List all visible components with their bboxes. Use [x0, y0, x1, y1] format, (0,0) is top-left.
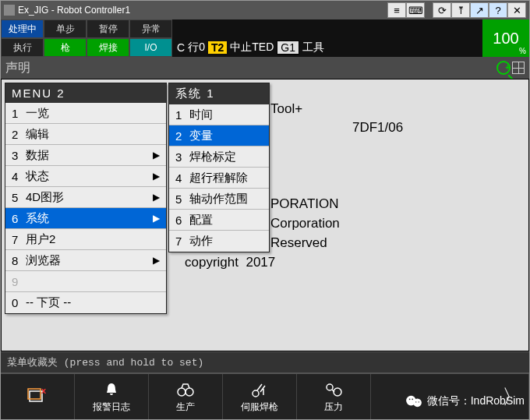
- status-io[interactable]: I/O: [129, 38, 172, 57]
- chevron-right-icon: ▶: [153, 213, 160, 224]
- status-processing: 处理中: [1, 19, 44, 38]
- menu-item-label: 一览: [26, 106, 160, 121]
- toolbar-btn-window[interactable]: x: [1, 374, 75, 419]
- status-weld[interactable]: 焊接: [87, 38, 129, 57]
- menu-panel-main: MENU 2 1一览2编辑3数据▶4状态▶54D图形▶6系统▶7用户28浏览器▶…: [5, 83, 167, 314]
- bottom-toolbar: x 报警日志 生产 伺服焊枪 压力: [1, 372, 529, 419]
- help-icon[interactable]: ?: [489, 2, 507, 18]
- menu-item[interactable]: 3数据▶: [5, 145, 166, 166]
- menu-item[interactable]: 2变量: [169, 125, 269, 146]
- menu-item-label: 动作: [189, 234, 263, 249]
- keyboard-icon[interactable]: ⌨: [406, 2, 425, 18]
- status-exec: 执行: [1, 38, 44, 57]
- menu-item[interactable]: 8浏览器▶: [5, 250, 166, 271]
- menu-item[interactable]: 7用户2: [5, 229, 166, 250]
- speed-percent[interactable]: 100%: [482, 19, 529, 57]
- refresh-icon[interactable]: ⟳: [433, 2, 451, 18]
- toolbar-btn-distance[interactable]: 〉: [371, 374, 529, 419]
- menu-item-label: 系统: [26, 211, 153, 226]
- bg-text: Reserved: [270, 235, 327, 251]
- system-icon: [4, 5, 15, 16]
- svg-point-7: [334, 388, 341, 396]
- menu-header: 系统 1: [169, 83, 269, 104]
- up-icon[interactable]: ⤒: [451, 2, 470, 18]
- chevron-right-icon[interactable]: 〉: [502, 383, 522, 411]
- window-title: Ex_JIG - Robot Controller1: [18, 5, 130, 16]
- menu-item-label: 变量: [189, 129, 263, 143]
- app-window: Ex_JIG - Robot Controller1 ≡ ⌨ ⟳ ⤒ ↗ ? ✕…: [0, 0, 530, 420]
- chevron-right-icon: ▶: [153, 255, 160, 266]
- svg-point-6: [327, 384, 333, 390]
- menu-item[interactable]: 4超行程解除: [169, 168, 269, 189]
- menu-header: MENU 2: [5, 83, 166, 103]
- toolbar-btn-pressure[interactable]: 压力: [297, 374, 371, 419]
- content-area: Tool+ 7DF1/06 PORATION Corporation Reser…: [1, 79, 529, 351]
- menu-item: 9: [5, 271, 166, 292]
- menu-item[interactable]: 6配置: [169, 210, 269, 231]
- menu-item-label: -- 下页 --: [26, 295, 160, 310]
- binoculars-icon: [175, 380, 196, 399]
- menu-item[interactable]: 1时间: [169, 104, 269, 125]
- menu-item[interactable]: 0-- 下页 --: [5, 292, 166, 313]
- toolbar-btn-servo[interactable]: 伺服焊枪: [223, 374, 297, 419]
- weld-gun-icon: [249, 380, 270, 399]
- menu-item-label: 焊枪标定: [189, 150, 263, 164]
- g1-tag: G1: [277, 41, 299, 55]
- zoom-in-icon[interactable]: [496, 61, 511, 75]
- menu-item-label: 编辑: [26, 127, 160, 142]
- diag-icon[interactable]: ↗: [470, 2, 489, 18]
- menu-item[interactable]: 1一览: [5, 103, 166, 124]
- menu-item-label: 浏览器: [26, 253, 153, 268]
- status-gun[interactable]: 枪: [44, 38, 87, 57]
- pressure-icon: [323, 380, 344, 399]
- bell-icon: [103, 380, 120, 399]
- svg-point-5: [253, 390, 259, 397]
- layout-icon[interactable]: [512, 62, 525, 74]
- menu-item[interactable]: 5轴动作范围: [169, 189, 269, 210]
- page-title: 声明: [5, 60, 30, 76]
- menu-item[interactable]: 4状态▶: [5, 166, 166, 187]
- menu-item[interactable]: 2编辑: [5, 124, 166, 145]
- menu-item-label: 配置: [189, 213, 263, 228]
- chevron-right-icon: ▶: [153, 171, 160, 182]
- svg-text:x: x: [41, 387, 47, 395]
- status-abnormal: 异常: [129, 19, 172, 38]
- menu-item[interactable]: 6系统▶: [5, 208, 166, 229]
- menu-item-label: 轴动作范围: [189, 192, 263, 206]
- chevron-right-icon: ▶: [153, 192, 160, 203]
- bg-text: Corporation: [270, 216, 340, 231]
- status-single: 单步: [44, 19, 87, 38]
- menu-item-label: 时间: [189, 108, 263, 122]
- titlebar: Ex_JIG - Robot Controller1 ≡ ⌨ ⟳ ⤒ ↗ ? ✕: [1, 1, 529, 19]
- menu-item-label: 4D图形: [26, 190, 153, 205]
- bg-text: Tool+: [270, 101, 302, 117]
- menu-item-label: 数据: [26, 148, 153, 163]
- bars-icon[interactable]: ≡: [387, 2, 406, 18]
- bg-text: PORATION: [270, 196, 339, 212]
- bg-text: 7DF1/06: [352, 120, 403, 136]
- close-icon[interactable]: ✕: [507, 2, 526, 18]
- run-status-line: C 行0 T2 中止TED G1 工具: [172, 38, 482, 57]
- window-close-icon: x: [27, 386, 48, 405]
- menu-item-label: 用户2: [26, 232, 160, 247]
- toolbar-btn-production[interactable]: 生产: [149, 374, 223, 419]
- status-pause: 暂停: [87, 19, 129, 38]
- menu-item[interactable]: 3焊枪标定: [169, 146, 269, 168]
- chevron-right-icon: ▶: [153, 150, 160, 161]
- menu-item-label: 超行程解除: [189, 171, 263, 185]
- menu-panel-system: 系统 1 1时间2变量3焊枪标定4超行程解除5轴动作范围6配置7动作: [168, 83, 270, 252]
- page-header: 声明 +: [1, 57, 529, 79]
- menu-item[interactable]: 7动作: [169, 231, 269, 252]
- t2-tag: T2: [208, 41, 227, 54]
- menu-item-label: 状态: [26, 169, 153, 184]
- svg-point-4: [186, 388, 193, 396]
- toolbar-btn-alarm[interactable]: 报警日志: [75, 374, 149, 419]
- menu-item[interactable]: 54D图形▶: [5, 187, 166, 208]
- svg-point-3: [178, 388, 186, 396]
- bg-text: copyright 2017: [185, 255, 275, 270]
- favorites-bar[interactable]: 菜单收藏夹 (press and hold to set): [1, 351, 529, 372]
